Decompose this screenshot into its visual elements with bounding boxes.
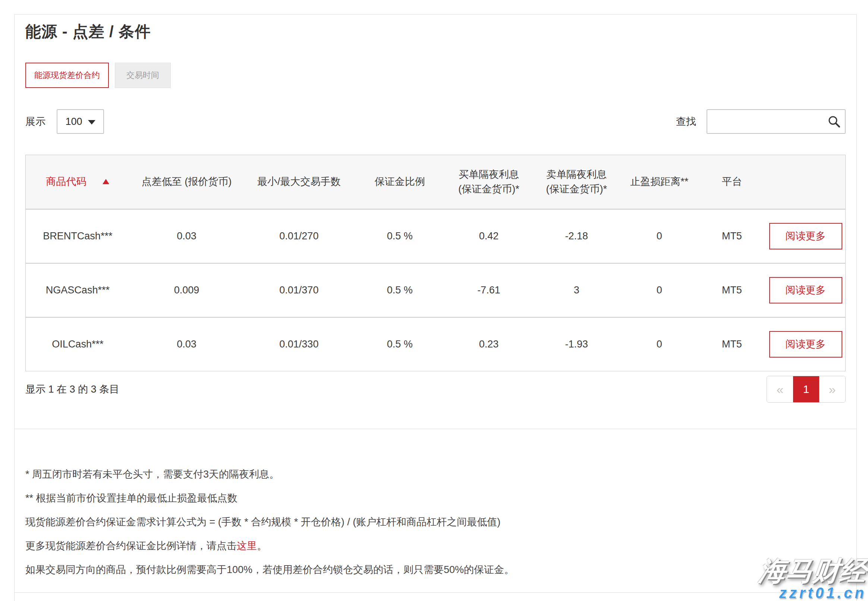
footnote-margin-formula: 现货能源差价合约保证金需求计算公式为 = (手数 * 合约规模 * 开仓价格) … bbox=[25, 516, 846, 528]
cell-symbol: NGASCash*** bbox=[26, 263, 130, 317]
cell-swap-long: -7.61 bbox=[445, 263, 532, 317]
content-panel: 能源 - 点差 / 条件 能源现货差价合约 交易时间 展示 100 查找 bbox=[14, 14, 857, 601]
header-line-2: (保证金货币)* bbox=[458, 183, 519, 195]
cell-swap-long: 0.42 bbox=[445, 209, 532, 263]
search-box bbox=[706, 109, 846, 134]
cell-margin: 0.5 % bbox=[354, 317, 445, 371]
cell-platform: MT5 bbox=[698, 263, 766, 317]
cell-swap-short: -1.93 bbox=[532, 317, 621, 371]
sort-ascending-icon bbox=[102, 179, 109, 184]
column-header-margin[interactable]: 保证金比例 bbox=[354, 155, 445, 209]
cell-lots: 0.01/270 bbox=[244, 209, 354, 263]
pagination-next-button[interactable]: » bbox=[819, 376, 845, 402]
cell-lots: 0.01/370 bbox=[244, 263, 354, 317]
cell-platform: MT5 bbox=[698, 209, 766, 263]
footnote-margin-details: 更多现货能源差价合约保证金比例详情，请点击这里。 bbox=[25, 540, 846, 551]
footnote-hedging: 如果交易同方向的商品，预付款比例需要高于100%，若使用差价合约锁仓交易的话，则… bbox=[25, 564, 846, 575]
cell-swap-short: -2.18 bbox=[532, 209, 621, 263]
cell-symbol: OILCash*** bbox=[26, 317, 130, 371]
table-row: BRENTCash*** 0.03 0.01/270 0.5 % 0.42 -2… bbox=[26, 209, 846, 263]
cell-actions: 阅读更多 bbox=[766, 317, 845, 371]
pager: « 1 » bbox=[767, 376, 846, 403]
here-link[interactable]: 这里 bbox=[237, 540, 257, 551]
cell-margin: 0.5 % bbox=[354, 209, 445, 263]
cell-spread: 0.009 bbox=[130, 263, 244, 317]
footnote-swap-3day: * 周五闭市时若有未平仓头寸，需要支付3天的隔夜利息。 bbox=[25, 469, 846, 480]
column-header-swap-short[interactable]: 卖单隔夜利息 (保证金货币)* bbox=[532, 155, 621, 209]
pagination-info: 显示 1 在 3 的 3 条目 bbox=[25, 383, 119, 396]
cell-margin: 0.5 % bbox=[354, 263, 445, 317]
footnote-link-suffix: 。 bbox=[257, 540, 267, 551]
table-row: NGASCash*** 0.009 0.01/370 0.5 % -7.61 3… bbox=[26, 263, 846, 317]
read-more-button[interactable]: 阅读更多 bbox=[769, 223, 842, 249]
page-size-dropdown[interactable]: 100 bbox=[56, 109, 104, 134]
search-label: 查找 bbox=[676, 115, 696, 128]
column-header-actions bbox=[766, 155, 845, 209]
cell-swap-long: 0.23 bbox=[445, 317, 532, 371]
cell-stop-level: 0 bbox=[621, 317, 698, 371]
instruments-table: 商品代码 点差低至 (报价货币) 最小/最大交易手数 保证金比例 买单隔夜利息 … bbox=[25, 155, 846, 371]
column-header-stop-level[interactable]: 止盈损距离** bbox=[621, 155, 698, 209]
column-header-symbol[interactable]: 商品代码 bbox=[26, 155, 130, 209]
column-header-symbol-label: 商品代码 bbox=[46, 176, 86, 187]
cell-symbol: BRENTCash*** bbox=[26, 209, 130, 263]
search-icon[interactable] bbox=[828, 115, 841, 128]
table-header-row: 商品代码 点差低至 (报价货币) 最小/最大交易手数 保证金比例 买单隔夜利息 … bbox=[26, 155, 846, 209]
cell-actions: 阅读更多 bbox=[766, 263, 845, 317]
column-header-swap-long[interactable]: 买单隔夜利息 (保证金货币)* bbox=[445, 155, 532, 209]
tab-trading-hours[interactable]: 交易时间 bbox=[115, 63, 171, 88]
cell-lots: 0.01/330 bbox=[244, 317, 354, 371]
cell-swap-short: 3 bbox=[532, 263, 621, 317]
cell-stop-level: 0 bbox=[621, 263, 698, 317]
cell-actions: 阅读更多 bbox=[766, 209, 845, 263]
header-line-1: 买单隔夜利息 bbox=[459, 169, 519, 180]
section-divider bbox=[15, 429, 856, 429]
header-line-2: (保证金货币)* bbox=[546, 183, 607, 195]
pagination-page-1-button[interactable]: 1 bbox=[793, 376, 819, 402]
chevron-down-icon bbox=[88, 120, 95, 125]
column-header-platform[interactable]: 平台 bbox=[698, 155, 766, 209]
table-controls: 展示 100 查找 bbox=[25, 109, 846, 134]
read-more-button[interactable]: 阅读更多 bbox=[769, 277, 842, 304]
pagination-prev-button[interactable]: « bbox=[767, 376, 793, 402]
footnote-stop-level: ** 根据当前市价设置挂单的最低止损盈最低点数 bbox=[25, 493, 846, 504]
page-size-value: 100 bbox=[65, 116, 82, 128]
header-line-1: 卖单隔夜利息 bbox=[546, 169, 607, 180]
read-more-button[interactable]: 阅读更多 bbox=[769, 331, 842, 357]
footnote-link-prefix: 更多现货能源差价合约保证金比例详情，请点击 bbox=[25, 540, 237, 551]
pagination-bar: 显示 1 在 3 的 3 条目 « 1 » bbox=[25, 376, 846, 403]
cell-stop-level: 0 bbox=[621, 209, 698, 263]
page-title: 能源 - 点差 / 条件 bbox=[25, 22, 846, 41]
tab-bar: 能源现货差价合约 交易时间 bbox=[25, 63, 846, 88]
column-header-spread[interactable]: 点差低至 (报价货币) bbox=[130, 155, 244, 209]
search-input[interactable] bbox=[706, 109, 846, 134]
tab-energy-spot-cfd[interactable]: 能源现货差价合约 bbox=[25, 63, 109, 88]
cell-spread: 0.03 bbox=[130, 317, 244, 371]
cell-platform: MT5 bbox=[698, 317, 766, 371]
column-header-lots[interactable]: 最小/最大交易手数 bbox=[244, 155, 354, 209]
show-label: 展示 bbox=[25, 115, 46, 128]
cell-spread: 0.03 bbox=[130, 209, 244, 263]
footnotes: * 周五闭市时若有未平仓头寸，需要支付3天的隔夜利息。 ** 根据当前市价设置挂… bbox=[25, 469, 846, 575]
table-row: OILCash*** 0.03 0.01/330 0.5 % 0.23 -1.9… bbox=[26, 317, 846, 371]
bottom-divider bbox=[15, 592, 856, 593]
